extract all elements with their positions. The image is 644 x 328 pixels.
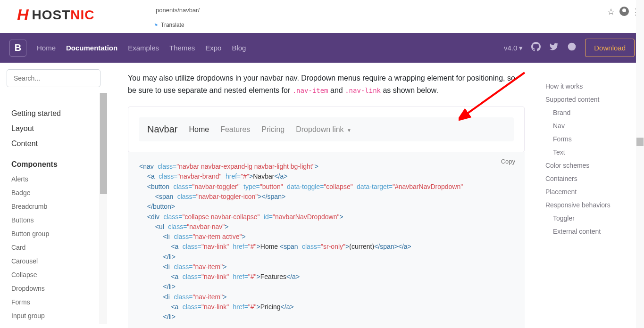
sidebar-item-card[interactable]: Card <box>11 240 100 254</box>
copy-button[interactable]: Copy <box>501 157 515 166</box>
intro-paragraph: You may also utilize dropdowns in your n… <box>128 72 525 96</box>
right-toc: How it works Supported content Brand Nav… <box>538 63 644 328</box>
twitter-icon[interactable] <box>549 42 559 54</box>
logo-h-icon: H <box>17 6 29 24</box>
dropdown-link-label: Dropdown link <box>296 125 343 133</box>
download-button[interactable]: Download <box>585 39 635 57</box>
sidebar-item-badge[interactable]: Badge <box>11 186 100 199</box>
nav-blog[interactable]: Blog <box>232 44 246 52</box>
navbar-brand-example[interactable]: Navbar <box>147 124 177 135</box>
sidebar-item-alerts[interactable]: Alerts <box>11 172 100 186</box>
sidebar-item-forms[interactable]: Forms <box>11 295 100 309</box>
intro-text-3: as shown below. <box>381 86 438 94</box>
code-nav-item: .nav-item <box>293 87 328 94</box>
toc-how-it-works[interactable]: How it works <box>545 80 638 93</box>
star-icon[interactable]: ☆ <box>607 7 615 17</box>
left-sidebar: Getting started Layout Content Component… <box>0 63 107 328</box>
sidebar-item-content[interactable]: Content <box>11 136 100 151</box>
sidebar-item-dropdowns[interactable]: Dropdowns <box>11 281 100 295</box>
search-input[interactable] <box>7 69 100 87</box>
bootstrap-logo-icon[interactable]: B <box>9 40 26 57</box>
slack-icon[interactable] <box>567 42 577 54</box>
example-box: Navbar Home Features Pricing Dropdown li… <box>128 107 525 152</box>
toc-nav[interactable]: Nav <box>545 119 638 132</box>
sidebar-item-breadcrumb[interactable]: Breadcrumb <box>11 199 100 213</box>
nav-themes[interactable]: Themes <box>169 44 195 52</box>
navbar-link-home[interactable]: Home <box>189 125 209 134</box>
toc-color-schemes[interactable]: Color schemes <box>545 159 638 172</box>
content-area: You may also utilize dropdowns in your n… <box>107 63 538 328</box>
chevron-down-icon: ▾ <box>519 44 523 52</box>
toc-toggler[interactable]: Toggler <box>545 212 638 225</box>
hostnic-logo: H HOSTNIC <box>17 6 95 24</box>
svg-point-0 <box>568 43 576 51</box>
sidebar-item-button-group[interactable]: Button group <box>11 227 100 240</box>
nav-left: B Home Documentation Examples Themes Exp… <box>9 40 246 57</box>
navbar-link-dropdown[interactable]: Dropdown link ▼ <box>296 125 351 134</box>
sidebar-item-carousel[interactable]: Carousel <box>11 254 100 268</box>
sidebar-item-input-group[interactable]: Input group <box>11 309 100 322</box>
toc-supported-content[interactable]: Supported content <box>545 93 638 106</box>
browser-header: H HOSTNIC ponents/navbar/ ⚑ Translate ☆ … <box>0 0 644 33</box>
toc-external-content[interactable]: External content <box>545 225 638 238</box>
sidebar-item-components[interactable]: Components <box>11 157 100 172</box>
navbar-example: Navbar Home Features Pricing Dropdown li… <box>139 117 514 141</box>
github-icon[interactable] <box>531 42 541 54</box>
version-dropdown[interactable]: v4.0 ▾ <box>504 44 523 52</box>
translate-icon: ⚑ <box>154 23 158 28</box>
code-block: Copy<nav class="navbar navbar-expand-lg … <box>128 152 525 328</box>
logo-nic-text: NIC <box>70 8 94 22</box>
nav-right: v4.0 ▾ Download <box>504 39 635 57</box>
sidebar-scrollbar-thumb[interactable] <box>100 93 107 194</box>
toc-text[interactable]: Text <box>545 146 638 159</box>
sidebar-item-buttons[interactable]: Buttons <box>11 213 100 227</box>
nav-expo[interactable]: Expo <box>205 44 221 52</box>
translate-label[interactable]: Translate <box>161 22 184 28</box>
code-nav-link: .nav-link <box>345 87 381 94</box>
sidebar-item-getting-started[interactable]: Getting started <box>11 106 100 121</box>
toc-forms[interactable]: Forms <box>545 132 638 146</box>
url-fragment: ponents/navbar/ <box>156 7 200 14</box>
logo-host-text: HOST <box>32 8 71 22</box>
navbar-link-pricing[interactable]: Pricing <box>261 125 284 134</box>
sidebar-item-layout[interactable]: Layout <box>11 121 100 136</box>
page-scrollbar-thumb[interactable] <box>636 138 644 146</box>
page-scrollbar-track <box>636 0 644 328</box>
navbar-link-features[interactable]: Features <box>220 125 250 134</box>
user-icon[interactable] <box>619 7 629 16</box>
sidebar-list: Getting started Layout Content Component… <box>7 95 100 322</box>
version-label: v4.0 <box>504 44 517 52</box>
main-nav: B Home Documentation Examples Themes Exp… <box>0 33 644 63</box>
intro-text-2: and <box>328 86 345 94</box>
chevron-down-icon: ▼ <box>347 128 351 133</box>
sidebar-item-collapse[interactable]: Collapse <box>11 268 100 281</box>
nav-documentation[interactable]: Documentation <box>66 44 117 52</box>
main-area: Getting started Layout Content Component… <box>0 63 644 328</box>
toc-placement[interactable]: Placement <box>545 185 638 198</box>
translate-row: ⚑ Translate <box>154 22 184 28</box>
toc-containers[interactable]: Containers <box>545 172 638 185</box>
toc-brand[interactable]: Brand <box>545 106 638 119</box>
nav-examples[interactable]: Examples <box>128 44 159 52</box>
nav-home[interactable]: Home <box>37 44 56 52</box>
toc-responsive-behaviors[interactable]: Responsive behaviors <box>545 198 638 212</box>
